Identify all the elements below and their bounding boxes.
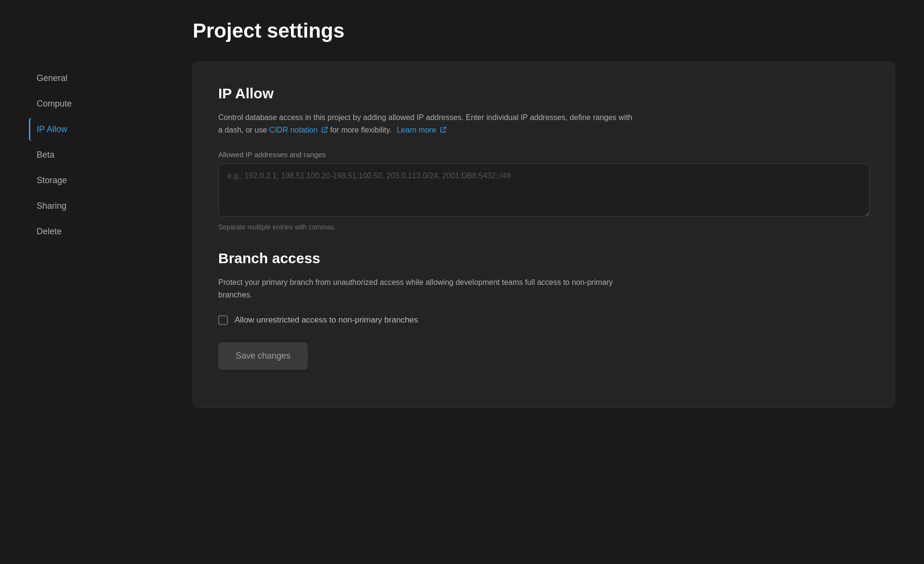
ip-allow-section: IP Allow Control database access in this… — [218, 85, 870, 231]
settings-card: IP Allow Control database access in this… — [193, 62, 895, 408]
ip-allow-title: IP Allow — [218, 85, 870, 102]
sidebar-item-sharing[interactable]: Sharing — [29, 194, 173, 218]
sidebar-item-delete[interactable]: Delete — [29, 220, 173, 243]
sidebar: General Compute IP Allow Beta Storage Sh… — [29, 62, 173, 408]
checkbox-row: Allow unrestricted access to non-primary… — [218, 315, 870, 325]
checkbox-label: Allow unrestricted access to non-primary… — [235, 315, 418, 325]
learn-more-link[interactable]: Learn more — [396, 126, 446, 134]
sidebar-item-compute[interactable]: Compute — [29, 92, 173, 116]
external-link-icon — [321, 126, 328, 133]
sidebar-item-beta[interactable]: Beta — [29, 143, 173, 167]
sidebar-item-storage[interactable]: Storage — [29, 169, 173, 192]
sidebar-item-ip-allow[interactable]: IP Allow — [29, 118, 173, 141]
ip-allow-description: Control database access in this project … — [218, 111, 633, 136]
ip-addresses-textarea[interactable] — [218, 163, 870, 216]
external-link-icon-2 — [440, 126, 447, 133]
cidr-notation-link[interactable]: CIDR notation — [269, 126, 330, 134]
ip-field-label: Allowed IP addresses and ranges — [218, 150, 870, 159]
main-content: IP Allow Control database access in this… — [193, 62, 895, 408]
sidebar-item-general[interactable]: General — [29, 67, 173, 90]
ip-helper-text: Separate multiple entries with commas. — [218, 223, 870, 231]
page-title: Project settings — [29, 19, 895, 42]
branch-access-section: Branch access Protect your primary branc… — [218, 250, 870, 370]
branch-access-description: Protect your primary branch from unautho… — [218, 276, 633, 301]
unrestricted-access-checkbox[interactable] — [218, 315, 228, 325]
save-changes-button[interactable]: Save changes — [218, 342, 308, 370]
branch-access-title: Branch access — [218, 250, 870, 267]
